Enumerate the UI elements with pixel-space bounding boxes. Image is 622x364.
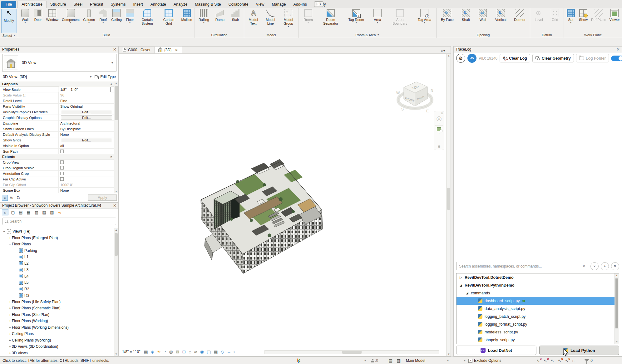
browser-tree-item[interactable]: L2 bbox=[0, 260, 114, 267]
scrollbar-thumb[interactable] bbox=[447, 188, 450, 210]
browser-tree-item[interactable]: R3 bbox=[0, 292, 114, 299]
steering-wheel-icon[interactable]: ◎ bbox=[436, 115, 442, 122]
collapse-section-icon[interactable]: « bbox=[110, 156, 113, 158]
roof-button[interactable]: Roof▾ bbox=[97, 8, 109, 24]
modify-button[interactable]: Modify bbox=[1, 9, 17, 33]
property-row[interactable]: Default Analysis Display Style None None… bbox=[0, 132, 114, 137]
zoom-icon[interactable] bbox=[437, 127, 441, 131]
checkbox[interactable] bbox=[60, 177, 64, 181]
grid-button[interactable]: Grid bbox=[549, 8, 560, 22]
close-icon[interactable]: ✕ bbox=[616, 47, 620, 52]
load-python-button[interactable]: Load Python bbox=[539, 346, 620, 355]
select-pinned-icon[interactable]: ↖ bbox=[551, 358, 554, 363]
code-icon[interactable]: </> bbox=[467, 54, 476, 63]
close-icon[interactable]: ✕ bbox=[113, 203, 116, 208]
analytical-box-icon[interactable]: ◇ bbox=[220, 349, 224, 354]
browser-search-box[interactable] bbox=[2, 218, 116, 225]
model-line-button[interactable]: Model Line bbox=[262, 8, 279, 25]
property-row[interactable]: View Scale 1/8" = 1'-0" 1/8" = 1'-0" 1/8… bbox=[0, 87, 114, 92]
tree-expander-icon[interactable] bbox=[8, 351, 12, 355]
visual-style-icon[interactable]: ◈ bbox=[151, 349, 154, 354]
properties-scrollbar[interactable]: ▲▼ bbox=[114, 81, 118, 193]
browser-views-icon[interactable]: ▢ bbox=[10, 209, 16, 215]
ramp-button[interactable]: Ramp bbox=[214, 8, 225, 22]
vertical-scrollbar[interactable]: ▲▼ bbox=[446, 54, 451, 356]
level-button[interactable]: Level bbox=[533, 8, 545, 22]
type-selector[interactable]: 3D View ▼ bbox=[2, 54, 116, 71]
command-tree-item[interactable]: RevitDevTool.DotnetDemo bbox=[457, 273, 619, 281]
browser-tree-item[interactable]: L1 bbox=[0, 254, 114, 260]
sort-ascending-icon[interactable]: A↓ bbox=[9, 195, 15, 201]
next-match-icon[interactable]: ∨ bbox=[590, 262, 599, 270]
tree-scrollbar[interactable]: ▲▼ bbox=[615, 273, 619, 344]
browser-tree-item[interactable]: Floor Plans (Working Dimensions) bbox=[0, 324, 114, 331]
tree-expander-icon[interactable] bbox=[8, 236, 12, 240]
ribbon-tab[interactable]: Insert bbox=[129, 1, 146, 8]
tracelog-search-input[interactable] bbox=[459, 264, 580, 268]
ribbon-tab[interactable]: Manage bbox=[268, 1, 289, 8]
set-button[interactable]: Set▾ bbox=[565, 8, 576, 24]
3d-building-model[interactable] bbox=[188, 138, 331, 275]
tree-expander-icon[interactable] bbox=[460, 276, 465, 279]
property-row[interactable]: Show Grids Edit... Edit... Edit... bbox=[0, 137, 114, 143]
design-options-picker-icon[interactable]: ▥ bbox=[397, 357, 401, 364]
browser-tree-item[interactable]: Floor Plans (Life Safety Plan) bbox=[0, 299, 114, 305]
by-face-button[interactable]: By Face bbox=[440, 8, 454, 22]
command-tree-item[interactable]: shapely_script.py bbox=[457, 336, 619, 344]
property-row[interactable]: Crop Region Visible bbox=[0, 165, 114, 171]
checkbox[interactable] bbox=[60, 166, 64, 170]
command-tree-item[interactable]: logging_batch_script.py bbox=[457, 312, 619, 320]
ribbon-tab[interactable]: Annotate bbox=[147, 1, 170, 8]
command-tree-item[interactable]: logging_format_script.py bbox=[457, 320, 619, 328]
area-boundary-button[interactable]: Area Boundary bbox=[390, 8, 410, 25]
clear-geometry-button[interactable]: Clear Geometry bbox=[532, 54, 574, 62]
railing-button[interactable]: Railing▾ bbox=[198, 8, 210, 24]
stair-button[interactable]: Stair bbox=[230, 8, 241, 22]
tree-expander-icon[interactable] bbox=[8, 326, 12, 329]
chevron-down-icon[interactable]: ▼ bbox=[447, 357, 449, 364]
tree-expander-icon[interactable] bbox=[460, 283, 465, 287]
browser-tree-item[interactable]: L4 bbox=[0, 273, 114, 280]
curtain-grid-button[interactable]: Curtain Grid bbox=[159, 8, 179, 25]
tag-room-button[interactable]: Tag Room▾ bbox=[348, 8, 365, 24]
collapse-section-icon[interactable]: « bbox=[110, 83, 113, 85]
chevron-down-icon[interactable]: ▼ bbox=[89, 75, 95, 78]
tree-expander-icon[interactable] bbox=[8, 313, 12, 317]
apply-button[interactable]: Apply bbox=[88, 194, 117, 201]
default-order-icon[interactable]: ≡ bbox=[2, 195, 8, 201]
property-row[interactable]: Scope Box None None None bbox=[0, 188, 114, 193]
displacement-icon[interactable]: ▦ bbox=[214, 349, 218, 354]
browser-families-icon[interactable]: ▨ bbox=[49, 209, 55, 215]
ribbon-display-options-icon[interactable]: ▾ bbox=[314, 1, 323, 7]
browser-tree-item[interactable]: Views (Fe) bbox=[0, 228, 114, 235]
mullion-button[interactable]: Mullion bbox=[180, 8, 193, 22]
clear-log-button[interactable]: Clear Log bbox=[500, 54, 530, 62]
wall-button[interactable]: Wall▾ bbox=[20, 8, 31, 24]
section-header-extents[interactable]: Extents« bbox=[0, 154, 114, 160]
property-row[interactable]: Graphic Display Options Edit... Edit... … bbox=[0, 115, 114, 121]
detail-level-icon[interactable]: ▦ bbox=[144, 349, 148, 354]
browser-tree-item[interactable]: L5 bbox=[0, 279, 114, 286]
ribbon-tab[interactable]: Structure bbox=[47, 1, 70, 8]
room-button[interactable]: Room▾ bbox=[303, 8, 314, 24]
property-row[interactable]: Sun Path bbox=[0, 149, 114, 154]
property-row[interactable]: Discipline Architectural Architectural A… bbox=[0, 121, 114, 126]
room-area-group-label[interactable]: Room & Area▼ bbox=[299, 32, 436, 38]
viewer-button[interactable]: Viewer bbox=[609, 8, 621, 22]
browser-tree-item[interactable]: Ceiling Plans (Working) bbox=[0, 337, 114, 344]
property-row[interactable]: Parts Visibility Show Original Show Orig… bbox=[0, 104, 114, 109]
browser-tree-item[interactable]: Floor Plans (Site Plan) bbox=[0, 312, 114, 318]
chevron-down-icon[interactable]: ▼ bbox=[463, 357, 466, 364]
property-row[interactable]: Annotation Crop bbox=[0, 171, 114, 176]
edit-type-button[interactable]: Edit Type bbox=[95, 75, 116, 79]
area-button[interactable]: Area▾ bbox=[372, 8, 383, 24]
tree-expander-icon[interactable] bbox=[8, 306, 12, 310]
model-text-button[interactable]: Model Text bbox=[245, 8, 262, 25]
show-button[interactable]: Show bbox=[578, 8, 589, 22]
tree-expander-icon[interactable] bbox=[8, 332, 12, 336]
checkbox[interactable] bbox=[60, 160, 64, 164]
browser-search-input[interactable] bbox=[10, 219, 114, 224]
worksharing-icon[interactable] bbox=[296, 357, 301, 364]
expand-collapse-all-icon[interactable]: ⇅ bbox=[611, 262, 619, 270]
crop-region-icon[interactable]: ⊡ bbox=[182, 349, 186, 354]
